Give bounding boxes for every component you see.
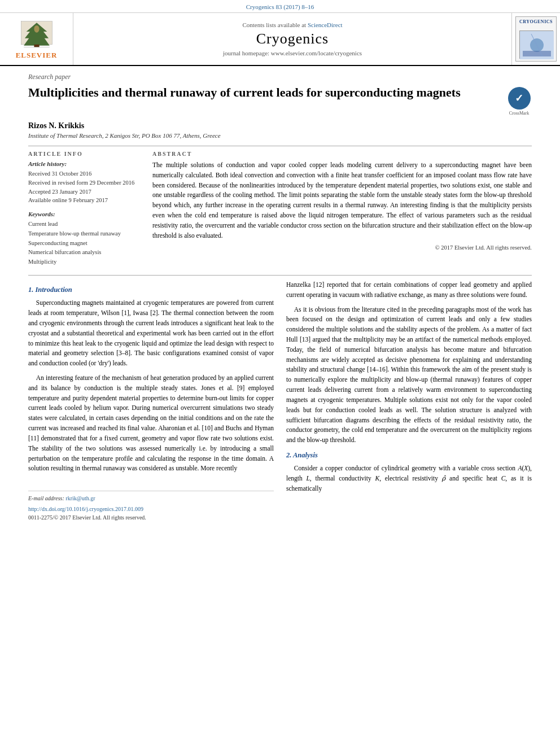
elsevier-label: ELSEVIER xyxy=(16,51,58,60)
body-two-column: 1. Introduction Superconducting magnets … xyxy=(28,280,532,522)
article-info-column: ARTICLE INFO Article history: Received 3… xyxy=(28,151,141,267)
article-info-label: ARTICLE INFO xyxy=(28,151,141,157)
journal-center-info: Contents lists available at ScienceDirec… xyxy=(73,13,512,65)
email-label: E-mail address: rkrik@uth.gr xyxy=(28,494,274,503)
received-date: Received 31 October 2016 xyxy=(28,169,141,178)
copyright-notice: © 2017 Elsevier Ltd. All rights reserved… xyxy=(152,244,532,251)
section2-heading: 2. Analysis xyxy=(286,450,532,461)
keyword-4: Numerical bifurcation analysis xyxy=(28,248,141,257)
email-link[interactable]: rkrik@uth.gr xyxy=(65,495,95,501)
section1-para4: As it is obvious from the literature cit… xyxy=(286,305,532,445)
journal-cover-thumbnail: CRYOGENICS xyxy=(515,16,557,62)
crossmark-section: ✓ CrossMark xyxy=(506,87,532,116)
body-right-column: Hanzelka [12] reported that for certain … xyxy=(286,280,532,522)
journal-thumbnail-section: CRYOGENICS xyxy=(512,13,560,65)
section1-para1: Superconducting magnets maintained at cr… xyxy=(28,298,274,369)
contents-text: Contents lists available at xyxy=(242,21,306,28)
sciencedirect-link[interactable]: ScienceDirect xyxy=(308,21,343,28)
crossmark-icon[interactable]: ✓ xyxy=(508,87,531,110)
section1-heading: 1. Introduction xyxy=(28,285,274,295)
section2-para1: Consider a copper conductor of cylindric… xyxy=(286,464,532,493)
thumb-title: CRYOGENICS xyxy=(519,19,553,24)
page: Cryogenics 83 (2017) 8–16 ELSEVIER xyxy=(0,0,560,747)
body-left-column: 1. Introduction Superconducting magnets … xyxy=(28,280,274,522)
issn-text: 0011-2275/© 2017 Elsevier Ltd. All right… xyxy=(28,513,274,522)
article-history-title: Article history: xyxy=(28,160,141,167)
heat-word: heat xyxy=(487,475,497,482)
svg-rect-7 xyxy=(523,51,551,56)
doi-link[interactable]: http://dx.doi.org/10.1016/j.cryogenics.2… xyxy=(28,505,274,514)
journal-title: Cryogenics xyxy=(256,30,329,47)
section1-para2: An interesting feature of the mechanism … xyxy=(28,373,274,474)
section1-para3: Hanzelka [12] reported that for certain … xyxy=(286,280,532,300)
keyword-5: Multiplicity xyxy=(28,257,141,267)
keyword-3: Superconducting magnet xyxy=(28,239,141,248)
contents-line: Contents lists available at ScienceDirec… xyxy=(242,21,342,28)
paper-title: Multiplicities and thermal runaway of cu… xyxy=(28,85,506,101)
available-date: Available online 9 February 2017 xyxy=(28,196,141,205)
article-info-abstract-section: ARTICLE INFO Article history: Received 3… xyxy=(28,151,532,267)
body-divider xyxy=(28,275,532,276)
svg-rect-2 xyxy=(34,44,39,47)
paper-type-label: Research paper xyxy=(28,73,532,81)
elsevier-logo-section: ELSEVIER xyxy=(0,13,73,65)
abstract-column: ABSTRACT The multiple solutions of condu… xyxy=(152,151,532,267)
section-divider xyxy=(28,146,532,146)
elsevier-tree-icon xyxy=(17,19,56,50)
keywords-title: Keywords: xyxy=(28,211,141,217)
journal-homepage: journal homepage: www.elsevier.com/locat… xyxy=(223,50,362,56)
keyword-1: Current lead xyxy=(28,220,141,229)
keyword-2: Temperature blow-up thermal runaway xyxy=(28,229,141,239)
crossmark-label: CrossMark xyxy=(508,111,531,116)
elsevier-logo: ELSEVIER xyxy=(16,19,58,60)
accepted-date: Accepted 23 January 2017 xyxy=(28,187,141,196)
journal-header: ELSEVIER Contents lists available at Sci… xyxy=(0,13,560,66)
footnote-area: E-mail address: rkrik@uth.gr http://dx.d… xyxy=(28,491,274,522)
author-name: Rizos N. Krikkis xyxy=(28,121,532,130)
journal-citation: Cryogenics 83 (2017) 8–16 xyxy=(0,0,560,13)
abstract-label: ABSTRACT xyxy=(152,151,532,157)
thumb-image xyxy=(519,30,553,59)
abstract-text: The multiple solutions of conduction and… xyxy=(152,160,532,241)
citation-text: Cryogenics 83 (2017) 8–16 xyxy=(246,3,314,10)
paper-title-row: Multiplicities and thermal runaway of cu… xyxy=(28,85,532,116)
revised-date: Received in revised form 29 December 201… xyxy=(28,178,141,187)
main-content: Research paper Multiplicities and therma… xyxy=(0,66,560,534)
author-affiliation: Institute of Thermal Research, 2 Kanigos… xyxy=(28,132,532,139)
svg-point-3 xyxy=(34,25,39,32)
